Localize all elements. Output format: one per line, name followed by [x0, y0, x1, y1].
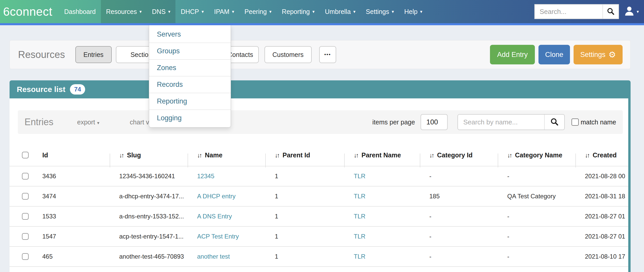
column-header-id[interactable]: Id	[33, 151, 110, 159]
chevron-down-icon: ▾	[353, 9, 356, 14]
table-header-row: Id ↓↑Slug ↓↑Name ↓↑Parent Id ↓↑Parent Na…	[10, 144, 629, 166]
cell-slug: a-dhcp-entry-3474-17...	[110, 193, 188, 200]
chevron-down-icon: ▾	[97, 121, 100, 125]
settings-button[interactable]: Settings ⚙	[574, 45, 623, 64]
sort-icon: ↓↑	[585, 152, 589, 159]
entries-title: Entries	[25, 117, 53, 128]
clone-button[interactable]: Clone	[538, 45, 570, 64]
dns-menu-item-records[interactable]: Records	[149, 76, 231, 93]
row-checkbox[interactable]	[22, 193, 29, 200]
cell-category-id: 185	[420, 193, 498, 200]
column-header-parent-name[interactable]: ↓↑Parent Name	[344, 151, 420, 159]
items-per-page-input[interactable]	[421, 114, 448, 130]
resources-header-bar: Resources Entries Sections Contacts Cust…	[10, 40, 631, 69]
tab-more-options[interactable]: •••	[319, 46, 336, 63]
row-checkbox[interactable]	[22, 253, 29, 260]
entries-toolbar: Entries export▾ chart view show filters …	[18, 110, 623, 134]
column-header-slug[interactable]: ↓↑Slug	[110, 151, 188, 159]
cell-slug: another-test-465-70893	[110, 253, 188, 260]
cell-created: 2021-08-27 01	[575, 213, 629, 220]
nav-item-umbrella[interactable]: Umbrella▾	[320, 0, 361, 23]
panel-title: Resource list	[17, 85, 65, 94]
dns-menu-item-servers[interactable]: Servers	[149, 26, 231, 42]
table-row: 3474 a-dhcp-entry-3474-17... A DHCP entr…	[10, 186, 629, 206]
sort-icon: ↓↑	[429, 152, 433, 159]
sort-icon: ↓↑	[275, 152, 279, 159]
chevron-down-icon: ▾	[232, 9, 234, 14]
column-header-category-name[interactable]: ↓↑Category Name	[498, 151, 575, 159]
column-header-name[interactable]: ↓↑Name	[188, 151, 265, 159]
cell-category-id: -	[420, 173, 498, 180]
entry-name-link[interactable]: ACP Test Entry	[197, 233, 239, 240]
table-search-button[interactable]	[544, 115, 564, 130]
nav-item-settings[interactable]: Settings▾	[361, 0, 399, 23]
table-row: 1533 a-dns-entry-1533-152... A DNS Entry…	[10, 206, 629, 226]
chevron-down-icon: ▾	[420, 9, 422, 14]
parent-name-link[interactable]: TLR	[354, 193, 365, 200]
entry-name-link[interactable]: 12345	[197, 173, 214, 180]
dns-menu-item-logging[interactable]: Logging	[149, 109, 231, 126]
search-icon	[607, 7, 615, 16]
add-entry-button[interactable]: Add Entry	[490, 45, 535, 64]
dns-menu-item-zones[interactable]: Zones	[149, 59, 231, 76]
row-checkbox[interactable]	[22, 233, 29, 240]
nav-item-ipam[interactable]: IPAM▾	[209, 0, 239, 23]
tab-customers[interactable]: Customers	[264, 46, 312, 63]
entry-name-link[interactable]: A DHCP entry	[197, 193, 236, 200]
chevron-down-icon: ▾	[202, 9, 204, 14]
entry-name-link[interactable]: another test	[197, 253, 230, 260]
global-search-input[interactable]	[535, 5, 602, 19]
user-menu[interactable]: ▾	[624, 5, 639, 18]
entry-name-link[interactable]: A DNS Entry	[197, 213, 232, 220]
dns-dropdown-menu: Servers Groups Zones Records Reporting L…	[149, 25, 231, 128]
global-search	[534, 4, 619, 19]
table-search	[457, 114, 565, 130]
match-name-label: match name	[581, 118, 616, 126]
entries-table: Id ↓↑Slug ↓↑Name ↓↑Parent Id ↓↑Parent Na…	[10, 144, 629, 272]
table-row: 465 another-test-465-70893 another test …	[10, 246, 629, 266]
cell-parent-id: 1	[265, 213, 344, 220]
column-header-category-id[interactable]: ↓↑Category Id	[420, 151, 498, 159]
sort-icon: ↓↑	[119, 152, 123, 159]
parent-name-link[interactable]: TLR	[354, 253, 365, 260]
parent-name-link[interactable]: TLR	[354, 173, 365, 180]
chevron-down-icon: ▾	[312, 9, 315, 14]
row-checkbox[interactable]	[22, 213, 29, 220]
cell-category-name: -	[498, 253, 575, 260]
parent-name-link[interactable]: TLR	[354, 213, 365, 220]
nav-item-peering[interactable]: Peering▾	[239, 0, 277, 23]
cell-created: 2021-08-31 18	[575, 193, 629, 200]
dns-menu-item-reporting[interactable]: Reporting	[149, 93, 231, 109]
cell-parent-id: 1	[265, 233, 344, 240]
table-row: 3436 12345-3436-160241 12345 1 TLR - - 2…	[10, 166, 629, 186]
cell-slug: a-dns-entry-1533-152...	[110, 213, 188, 220]
nav-item-dns[interactable]: DNS▾	[147, 0, 175, 23]
cell-slug: acp-test-entry-1547-1...	[110, 233, 188, 240]
cell-id: 3474	[33, 193, 110, 200]
nav-item-dashboard[interactable]: Dashboard	[59, 0, 101, 23]
column-header-created[interactable]: ↓↑Created	[575, 151, 629, 159]
dns-menu-item-groups[interactable]: Groups	[149, 42, 231, 59]
nav-item-resources[interactable]: Resources▾	[101, 0, 147, 23]
nav-item-reporting[interactable]: Reporting▾	[277, 0, 320, 23]
table-search-input[interactable]	[458, 115, 544, 130]
nav-item-help[interactable]: Help▾	[399, 0, 428, 23]
sort-icon: ↓↑	[197, 152, 201, 159]
export-dropdown[interactable]: export▾	[77, 118, 99, 126]
cell-created: 2021-08-10 17	[575, 253, 629, 260]
tab-entries[interactable]: Entries	[75, 46, 112, 63]
resource-list-header: Resource list 74	[10, 80, 631, 98]
top-navbar: 6connect Dashboard Resources▾ DNS▾ DHCP▾…	[0, 0, 644, 23]
chevron-down-icon: ▾	[140, 9, 142, 14]
nav-item-dhcp[interactable]: DHCP▾	[175, 0, 209, 23]
chevron-down-icon: ▾	[269, 9, 272, 14]
cell-slug: 12345-3436-160241	[110, 173, 188, 180]
column-header-parent-id[interactable]: ↓↑Parent Id	[265, 151, 344, 159]
parent-name-link[interactable]: TLR	[354, 233, 365, 240]
match-name-checkbox[interactable]	[571, 118, 579, 126]
app-logo: 6connect	[3, 5, 52, 19]
cell-parent-id: 1	[265, 253, 344, 260]
global-search-button[interactable]	[602, 5, 618, 19]
select-all-checkbox[interactable]	[22, 152, 29, 158]
row-checkbox[interactable]	[22, 173, 29, 180]
